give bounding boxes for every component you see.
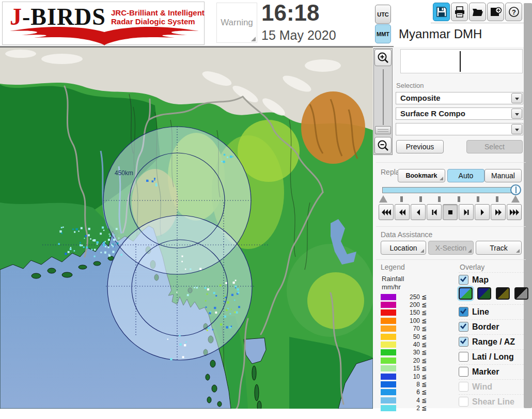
capture-add-button[interactable] — [487, 3, 504, 21]
previous-button[interactable]: Previous — [396, 140, 444, 153]
selection-section-label: Selection — [396, 82, 424, 89]
chevron-down-icon[interactable] — [511, 108, 522, 119]
checkbox[interactable] — [459, 275, 468, 285]
jump-start-button[interactable] — [379, 204, 394, 220]
auto-mode-button[interactable]: Auto — [447, 169, 484, 182]
legend-color-swatch — [381, 334, 396, 340]
replay-slider-track[interactable] — [382, 187, 518, 193]
sub-product-dropdown[interactable] — [396, 123, 523, 135]
overlay-item-border[interactable]: Border — [459, 319, 524, 334]
legend-color-swatch — [381, 374, 396, 380]
bookmark-button[interactable]: Bookmark — [398, 169, 445, 182]
checkbox[interactable] — [459, 382, 468, 392]
track-button[interactable]: Track — [476, 241, 522, 255]
map-style-terrain-black-olive[interactable] — [496, 287, 510, 300]
overlay-item-label: Wind — [472, 382, 492, 392]
fast-rewind-icon — [396, 208, 409, 216]
play-reverse-button[interactable] — [411, 204, 426, 220]
checkbox[interactable] — [459, 307, 468, 317]
overlay-item-line[interactable]: Line — [459, 304, 524, 319]
checkbox[interactable] — [459, 367, 468, 377]
printer-icon — [454, 6, 465, 18]
right-scrollbar[interactable] — [524, 3, 532, 408]
legend-row: 4≦ — [381, 396, 439, 404]
utc-button[interactable]: UTC — [375, 5, 391, 24]
section-divider — [376, 226, 526, 227]
slider-tick — [458, 196, 460, 202]
slider-tick — [419, 196, 422, 202]
warning-button[interactable]: Warning — [216, 3, 257, 43]
zoom-in-button[interactable] — [374, 49, 392, 66]
map-style-terrain-blue-green[interactable] — [459, 287, 473, 300]
legend-color-swatch — [381, 325, 396, 332]
menu-corner-icon — [440, 177, 443, 180]
map-zoom-control — [373, 48, 393, 155]
overlay-item-wind[interactable]: Wind — [459, 379, 524, 394]
legend-row: 8≦ — [381, 380, 439, 388]
checkbox[interactable] — [459, 337, 468, 347]
xsection-button[interactable]: X-Section — [428, 241, 474, 255]
overlay-item-shear-line[interactable]: Shear Line — [459, 394, 524, 409]
product-dropdown[interactable]: Surface R Compo — [396, 107, 523, 120]
save-button[interactable] — [433, 3, 450, 21]
question-icon: ? — [508, 6, 520, 18]
radar-map-view[interactable]: 450km — [0, 47, 373, 408]
legend-row: 10≦ — [381, 373, 439, 380]
play-button[interactable] — [475, 204, 490, 220]
slider-start-marker[interactable] — [379, 195, 387, 203]
replay-slider-handle[interactable] — [510, 184, 521, 195]
legend-row: 150≦ — [381, 309, 439, 317]
legend-lte-symbol: ≦ — [421, 373, 427, 380]
map-style-terrain-black-grey[interactable] — [514, 287, 528, 300]
legend-row: 2≦ — [381, 405, 439, 412]
composite-dropdown[interactable]: Composite — [396, 92, 523, 104]
zoom-slider-track[interactable] — [383, 69, 384, 125]
warning-label: Warning — [221, 18, 253, 28]
open-file-button[interactable] — [469, 3, 486, 21]
legend-value: 2 — [396, 405, 420, 412]
check-icon — [459, 337, 467, 346]
overlay-item-marker[interactable]: Marker — [459, 364, 524, 379]
overlay-item-label: Border — [472, 322, 499, 332]
northeast-mountains — [301, 91, 365, 164]
print-button[interactable] — [451, 3, 468, 21]
overlay-item-map[interactable]: Map — [459, 272, 524, 287]
legend-color-swatch — [381, 349, 396, 355]
jbirds-app-window: J-BIRDS JRC-Brilliant & Intelligent Rada… — [0, 0, 532, 419]
overlay-item-range-az[interactable]: Range / AZ — [459, 334, 524, 349]
legend-color-swatch — [381, 318, 396, 324]
data-assistance-label: Data Assistance — [381, 230, 432, 239]
slider-end-marker[interactable] — [511, 195, 520, 203]
legend-color-swatch — [381, 381, 396, 387]
legend-lte-symbol: ≦ — [421, 349, 427, 356]
jump-end-button[interactable] — [507, 204, 522, 220]
fast-rewind-button[interactable] — [395, 204, 410, 220]
checkbox[interactable] — [459, 322, 468, 332]
legend-lte-symbol: ≦ — [421, 293, 427, 301]
step-forward-icon — [460, 208, 473, 216]
slider-tick — [400, 196, 403, 202]
checkbox[interactable] — [459, 397, 468, 407]
overlay-item-lati-long[interactable]: Lati / Long — [459, 349, 524, 364]
check-icon — [459, 275, 467, 284]
zoom-out-button[interactable] — [374, 137, 392, 154]
stop-button[interactable] — [443, 204, 458, 220]
mmt-button[interactable]: MMT — [375, 24, 391, 43]
step-back-button[interactable] — [427, 204, 442, 220]
chevron-down-icon[interactable] — [511, 124, 522, 134]
magnifier-minus-icon — [377, 139, 389, 152]
legend-row: 100≦ — [381, 317, 439, 324]
checkbox[interactable] — [459, 352, 468, 362]
legend-title: Rainfall — [382, 275, 404, 283]
fast-forward-button[interactable] — [491, 204, 506, 220]
location-button[interactable]: Location — [381, 241, 426, 255]
manual-mode-button[interactable]: Manual — [484, 169, 522, 182]
step-forward-button[interactable] — [459, 204, 474, 220]
select-button[interactable]: Select — [466, 140, 523, 153]
legend-row: 200≦ — [381, 301, 439, 308]
help-button[interactable]: ? — [505, 3, 522, 21]
map-style-terrain-navy-darkgreen[interactable] — [477, 287, 491, 300]
zoom-slider-handle[interactable] — [375, 126, 391, 134]
chevron-down-icon[interactable] — [511, 93, 522, 103]
legend-lte-symbol: ≦ — [421, 301, 427, 308]
